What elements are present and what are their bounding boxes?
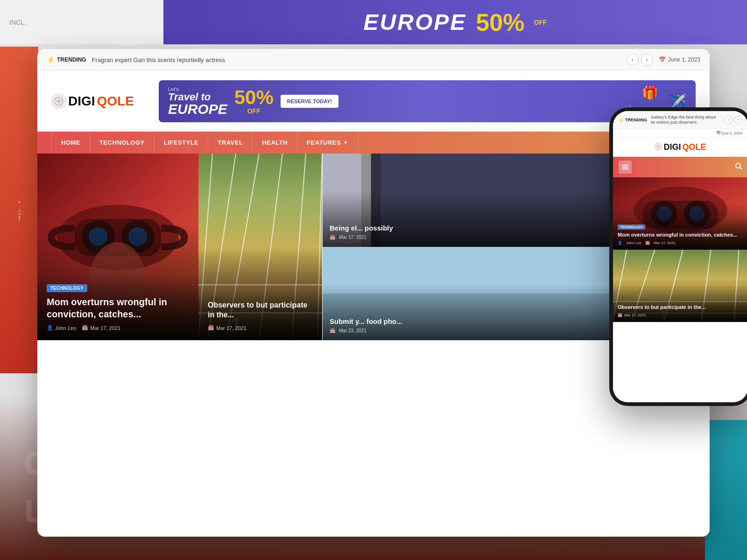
calendar-icon-1: 📅: [82, 325, 88, 331]
trending-nav: ‹ ›: [627, 54, 653, 66]
phone-article-2-title: Observers to but participate in the...: [618, 304, 743, 310]
article-1-date-meta: 📅 Mar 17, 2021: [82, 325, 120, 331]
nav-lifestyle[interactable]: LIFESTYLE: [155, 132, 209, 154]
nav-home[interactable]: HOME: [51, 132, 90, 154]
phone-hamburger-btn[interactable]: [619, 161, 632, 174]
calendar-icon-4: 📅: [330, 328, 335, 333]
nav-features-label: FEATURES: [307, 139, 341, 146]
phone-article-1-overlay: TECHNOLOGY Mom overturns wrongful in con…: [613, 217, 747, 249]
bg-europe-text: EUROPE: [364, 9, 467, 35]
phone-article-2-date: Mar 17, 2021: [624, 313, 646, 317]
nav-bar: HOME TECHNOLOGY LIFESTYLE TRAVEL HEALTH …: [37, 132, 710, 154]
nav-travel[interactable]: TRAVEL: [208, 132, 253, 154]
article-1-category: TECHNOLOGY: [47, 284, 87, 292]
nav-technology-label: TECHNOLOGY: [99, 139, 145, 146]
side-decoration-text: INCL. ●: [17, 199, 21, 221]
article-card-2[interactable]: 1 Observers to but participate in the...…: [198, 154, 322, 340]
logo[interactable]: DIGIQOLE: [51, 94, 145, 109]
date-display: 📅 June 1, 2023: [659, 56, 700, 63]
articles-grid: TECHNOLOGY Mom overturns wrongful in con…: [37, 154, 710, 340]
trending-next-btn[interactable]: ›: [641, 54, 653, 66]
article-2-date: Mar 17, 2021: [216, 325, 247, 331]
svg-rect-30: [622, 165, 628, 166]
phone-article-1-title: Mom overturns wrongful in conviction, ca…: [618, 232, 743, 238]
phone-article-1-date: Mar 17, 2021: [654, 241, 676, 245]
article-1-date: Mar 17, 2021: [90, 325, 120, 331]
bg-percent-text: 50%: [476, 8, 524, 36]
nav-technology[interactable]: TECHNOLOGY: [90, 132, 155, 154]
article-2-overlay: Observers to but participate in the... 📅…: [198, 291, 322, 340]
article-2-meta: 📅 Mar 17, 2021: [208, 325, 313, 331]
ad-reserve-btn[interactable]: RESERVE TODAY!: [281, 95, 338, 108]
phone-calendar-icon-1: 📅: [645, 241, 650, 245]
nav-health-label: HEALTH: [262, 139, 288, 146]
logo-qole: QOLE: [97, 94, 134, 109]
ad-percent: 50%: [234, 88, 274, 107]
phone-trending-bar: ⚡ TRENDING Galaxy's Edge the best thing …: [613, 111, 747, 129]
phone-search-btn[interactable]: [735, 162, 742, 172]
ad-travel: Travel to: [168, 92, 227, 102]
trending-prev-btn[interactable]: ‹: [627, 54, 639, 66]
phone-logo[interactable]: DIGIQOLE: [613, 138, 747, 157]
phone-article-1-author: John Leo: [626, 241, 641, 245]
phone-lightning-icon: ⚡: [619, 118, 624, 122]
svg-rect-32: [622, 168, 628, 169]
article-3-date: Mar 17, 2021: [339, 235, 366, 240]
phone-prev-btn[interactable]: ‹: [724, 116, 733, 124]
phone-article-1-category: TECHNOLOGY: [618, 224, 645, 230]
header: DIGIQOLE Let's Travel to EUROPE 50% OFF …: [37, 71, 710, 132]
article-1-meta: 👤 John Leo 📅 Mar 17, 2021: [47, 325, 189, 331]
main-card: ⚡ TRENDING Fragran expert Gan this scent…: [37, 49, 710, 537]
svg-point-33: [736, 163, 740, 168]
right-teal-overlay: [705, 420, 747, 560]
phone-logo-digi: DIGI: [663, 142, 681, 152]
phone-trending-text-label: TRENDING: [625, 118, 647, 122]
trending-bar: ⚡ TRENDING Fragran expert Gan this scent…: [37, 49, 710, 71]
article-1-title: Mom overturns wrongful in conviction, ca…: [47, 296, 189, 320]
phone-logo-icon: [655, 143, 662, 152]
phone-next-btn[interactable]: ›: [734, 116, 742, 124]
article-2-title: Observers to but participate in the...: [208, 301, 313, 320]
ad-europe: EUROPE: [168, 102, 227, 116]
phone-date-bar: 📅 June 1, 2023: [613, 129, 747, 138]
bg-label: INCL.: [9, 19, 26, 26]
ad-percent-block: 50% OFF: [234, 88, 274, 115]
phone-screen: ⚡ TRENDING Galaxy's Edge the best thing …: [613, 111, 747, 402]
phone-article-2-meta: 📅 Mar 17, 2021: [618, 313, 743, 317]
article-2-date-meta: 📅 Mar 17, 2021: [208, 325, 247, 331]
phone-logo-qole: QOLE: [683, 142, 706, 152]
nav-home-label: HOME: [61, 139, 80, 146]
ad-text-left: Let's Travel to EUROPE: [168, 86, 227, 116]
trending-news-text: Fragran expert Gan this scents reportedl…: [92, 56, 621, 63]
lightning-icon: ⚡: [47, 56, 55, 63]
article-1-overlay: TECHNOLOGY Mom overturns wrongful in con…: [37, 274, 198, 340]
article-card-1[interactable]: TECHNOLOGY Mom overturns wrongful in con…: [37, 154, 198, 340]
phone-trending-label: ⚡ TRENDING: [619, 118, 647, 122]
nav-features[interactable]: FEATURES ▼: [297, 132, 358, 154]
logo-icon: [51, 94, 66, 109]
calendar-icon-3: 📅: [330, 235, 335, 240]
article-1-author: John Leo: [55, 325, 76, 331]
phone-calendar-icon: 📅: [716, 131, 721, 135]
phone-logo-container: DIGIQOLE: [618, 142, 743, 152]
phone-header-bar: [613, 157, 747, 177]
article-1-author-meta: 👤 John Leo: [47, 325, 76, 331]
nav-lifestyle-label: LIFESTYLE: [164, 139, 199, 146]
svg-rect-31: [622, 167, 628, 168]
phone-article-vr[interactable]: TECHNOLOGY Mom overturns wrongful in con…: [613, 177, 747, 250]
bg-top-bar: EUROPE 50% OFF INCL.: [0, 0, 747, 44]
trending-text-label: TRENDING: [57, 56, 86, 63]
date-text: June 1, 2023: [668, 56, 700, 63]
calendar-icon: 📅: [659, 56, 666, 63]
nav-features-dropdown-icon: ▼: [343, 140, 348, 145]
nav-travel-label: TRAVEL: [218, 139, 243, 146]
nav-health[interactable]: HEALTH: [253, 132, 297, 154]
ad-off: OFF: [247, 107, 261, 115]
article-4-date: Mar 23, 2021: [339, 328, 366, 333]
svg-line-34: [740, 168, 742, 169]
phone-user-icon: 👤: [618, 241, 622, 245]
phone-trending-nav: ‹ ›: [724, 116, 742, 124]
calendar-icon-2: 📅: [208, 325, 214, 331]
phone-article-track[interactable]: 1 Observers to but participate in the...…: [613, 250, 747, 322]
phone-trending-news: Galaxy's Edge the best thing about its v…: [651, 115, 720, 125]
